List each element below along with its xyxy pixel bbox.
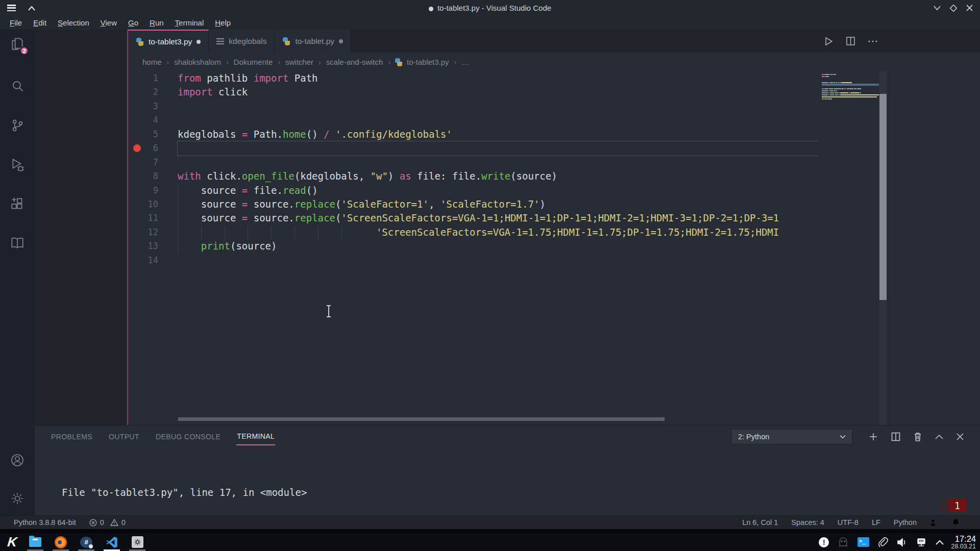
indentation[interactable]: Spaces: 4 (791, 518, 824, 527)
taskbar-messenger[interactable]: # (74, 533, 99, 551)
close-panel-icon[interactable] (957, 433, 964, 440)
cursor-position[interactable]: Ln 6, Col 1 (742, 518, 778, 527)
code-line-content: with click.open_file(kdeglobals, "w") as… (178, 169, 877, 183)
menu-file[interactable]: File (4, 18, 28, 27)
run-debug-icon[interactable] (0, 153, 35, 177)
notifications-bell-icon[interactable] (952, 518, 960, 527)
line-number[interactable]: 12 (128, 226, 178, 239)
tab-bar: to-tablet3.py kdeglobals to-tablet.py (128, 30, 980, 53)
window-menu-icon[interactable] (7, 5, 16, 11)
panel-tab-debug-console[interactable]: DEBUG CONSOLE (155, 429, 221, 445)
sidebar-explorer[interactable] (35, 30, 128, 425)
language-mode[interactable]: Python (894, 518, 917, 527)
menu-run[interactable]: Run (144, 18, 169, 27)
split-terminal-icon[interactable] (891, 432, 900, 441)
notification-alert-icon[interactable]: ! (819, 537, 829, 547)
settings-gear-icon[interactable] (0, 486, 35, 511)
tab-label: to-tablet.py (295, 37, 334, 46)
panel-tab-terminal[interactable]: TERMINAL (236, 428, 275, 445)
menu-go[interactable]: Go (122, 18, 144, 27)
breakpoint-dot[interactable] (133, 144, 141, 152)
line-number[interactable]: 13 (128, 239, 178, 253)
breadcrumb-item[interactable]: Dokumente (233, 58, 274, 66)
close-icon[interactable] (966, 5, 973, 11)
terminal-selector-dropdown[interactable]: 2: Python (731, 429, 852, 444)
indent-guide (178, 226, 178, 239)
extensions-icon[interactable] (0, 192, 35, 216)
code-line-content: source = source.replace('ScaleFactor=1',… (178, 197, 877, 211)
clipboard-paperclip-icon[interactable] (878, 537, 888, 548)
split-editor-icon[interactable] (846, 36, 855, 46)
encoding[interactable]: UTF-8 (838, 518, 859, 527)
volume-icon[interactable] (897, 538, 907, 547)
maximize-panel-icon[interactable] (935, 434, 943, 439)
breadcrumb-item[interactable]: scale-and-switch (325, 58, 384, 66)
ghost-app-icon[interactable] (838, 537, 849, 548)
tab-to-tablet-py[interactable]: to-tablet.py (275, 30, 351, 53)
tab-modified-dot[interactable] (339, 39, 343, 43)
breadcrumb-item[interactable]: home (141, 58, 163, 66)
breadcrumb-item[interactable]: shalokshalom (173, 58, 222, 66)
python-interpreter[interactable]: Python 3.8.8 64-bit (14, 518, 76, 527)
line-number[interactable]: 14 (128, 254, 178, 267)
menu-terminal[interactable]: Terminal (169, 18, 210, 27)
line-number[interactable]: 4 (128, 113, 178, 127)
taskbar-vscode[interactable] (99, 533, 125, 551)
more-actions-icon[interactable] (868, 40, 878, 43)
tray-expand-icon[interactable] (936, 540, 944, 545)
indent-guide (178, 197, 178, 211)
maximize-icon[interactable] (950, 5, 957, 12)
app-launcher-icon[interactable]: K (1, 534, 23, 550)
run-file-icon[interactable] (823, 36, 834, 46)
vertical-scrollbar-handle[interactable] (879, 94, 887, 300)
window-title-wrap: to-tablet3.py - Visual Studio Code (0, 4, 980, 12)
minimap-content (822, 73, 887, 102)
minimap[interactable] (818, 71, 887, 425)
account-icon[interactable] (0, 448, 35, 472)
breadcrumb-item[interactable]: switcher (284, 58, 314, 66)
breadcrumb-item[interactable]: to-tablet3.py (406, 58, 450, 66)
panel-tab-problems[interactable]: PROBLEMS (51, 429, 93, 445)
python-file-icon (282, 37, 290, 45)
horizontal-scrollbar-handle[interactable] (178, 417, 665, 421)
tab-modified-dot[interactable] (197, 40, 201, 44)
tab-to-tablet3-py[interactable]: to-tablet3.py (128, 30, 209, 53)
line-number[interactable]: 8 (128, 169, 178, 183)
line-number[interactable]: 9 (128, 184, 178, 197)
minimize-icon[interactable] (934, 6, 941, 10)
clock[interactable]: 17:24 28.03.21 (951, 534, 976, 550)
remote-explorer-icon[interactable] (0, 231, 35, 256)
line-number[interactable]: 5 (128, 128, 178, 141)
line-number[interactable]: 1 (128, 71, 178, 85)
menu-view[interactable]: View (95, 18, 122, 27)
tab-kdeglobals[interactable]: kdeglobals (209, 30, 275, 53)
kill-terminal-icon[interactable] (914, 432, 922, 441)
taskbar-file-manager[interactable] (22, 533, 48, 551)
eol-sequence[interactable]: LF (872, 518, 880, 527)
taskbar-firefox[interactable] (48, 533, 74, 551)
explorer-icon[interactable]: 2 (0, 32, 35, 56)
konsole-icon[interactable]: >_ (857, 537, 869, 547)
line-number[interactable]: 2 (128, 85, 178, 99)
search-icon[interactable] (0, 74, 35, 98)
line-number[interactable]: 11 (128, 211, 178, 225)
line-number[interactable]: 7 (128, 156, 178, 169)
code-editor[interactable]: 1from pathlib import Path2import click34… (128, 71, 980, 425)
menu-help[interactable]: Help (209, 18, 236, 27)
problems-summary[interactable]: 0 0 (89, 518, 126, 527)
new-terminal-icon[interactable] (869, 432, 878, 441)
taskbar-settings-app[interactable] (125, 533, 150, 551)
breadcrumb-item[interactable]: … (460, 58, 470, 66)
keep-above-icon[interactable] (28, 6, 35, 11)
feedback-icon[interactable] (930, 519, 939, 527)
code-line-content: kdeglobals = Path.home() / '.config/kdeg… (178, 128, 877, 141)
line-number[interactable]: 6 (128, 141, 178, 155)
source-control-icon[interactable] (0, 113, 35, 138)
menu-selection[interactable]: Selection (52, 18, 95, 27)
menu-edit[interactable]: Edit (28, 18, 52, 27)
line-number[interactable]: 3 (128, 99, 178, 113)
breadcrumb: home› shalokshalom› Dokumente› switcher›… (128, 53, 980, 71)
panel-tab-output[interactable]: OUTPUT (108, 429, 140, 445)
network-icon[interactable] (916, 537, 927, 547)
line-number[interactable]: 10 (128, 197, 178, 211)
